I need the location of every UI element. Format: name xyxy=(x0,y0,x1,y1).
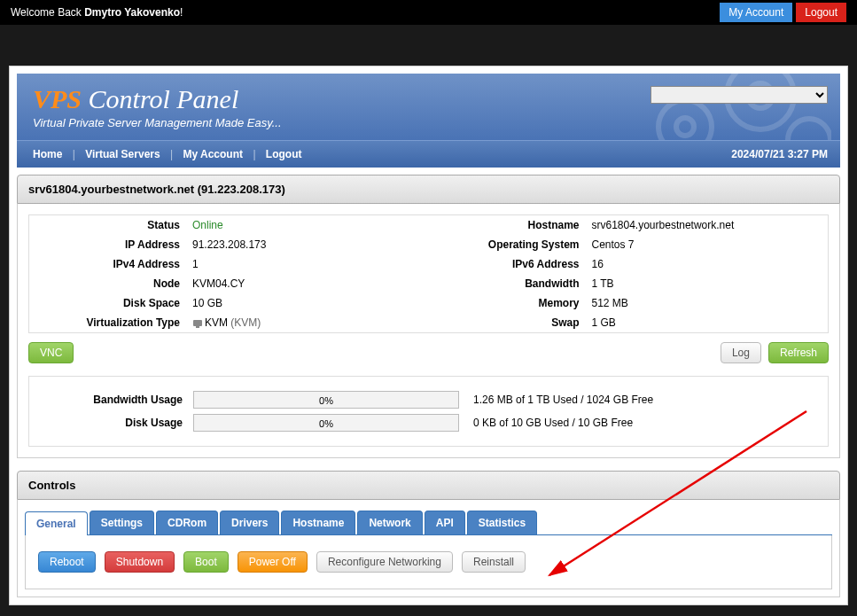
tab-settings[interactable]: Settings xyxy=(90,511,154,534)
value-hostname: srv61804.yourbestnetwork.net xyxy=(588,215,829,235)
label-ipv4: IPv4 Address xyxy=(29,254,189,274)
nav-virtual-servers[interactable]: Virtual Servers xyxy=(85,148,160,160)
tabs-container: General Settings CDRom Drivers Hostname … xyxy=(25,511,832,589)
bandwidth-pct: 0% xyxy=(319,395,333,406)
bandwidth-text: 1.26 MB of 1 TB Used / 1024 GB Free xyxy=(473,394,653,406)
usage-box: Bandwidth Usage 0% 1.26 MB of 1 TB Used … xyxy=(28,376,829,447)
label-hostname: Hostname xyxy=(429,215,588,235)
title-rest: Control Panel xyxy=(82,84,238,113)
bandwidth-label: Bandwidth Usage xyxy=(38,394,193,406)
nav-my-account[interactable]: My Account xyxy=(183,148,243,160)
tabs: General Settings CDRom Drivers Hostname … xyxy=(25,511,832,535)
username: Dmytro Yakovenko xyxy=(84,6,180,19)
nav-sep: | xyxy=(253,148,255,160)
label-swap: Swap xyxy=(429,313,588,332)
welcome-suffix: ! xyxy=(180,6,183,19)
disk-progress: 0% xyxy=(193,414,459,432)
welcome-message: Welcome Back Dmytro Yakovenko! xyxy=(11,6,183,19)
page-container: VPS Control Panel Virtual Private Server… xyxy=(9,66,848,605)
svg-point-3 xyxy=(676,118,694,136)
nav-datetime: 2024/07/21 3:27 PM xyxy=(731,148,828,160)
value-disk: 10 GB xyxy=(189,293,429,313)
reboot-button[interactable]: Reboot xyxy=(38,551,96,573)
vnc-button[interactable]: VNC xyxy=(28,342,74,363)
svg-rect-6 xyxy=(196,326,199,328)
gears-decoration xyxy=(619,74,831,140)
shutdown-button[interactable]: Shutdown xyxy=(105,551,175,573)
value-mem: 512 MB xyxy=(588,293,829,313)
label-os: Operating System xyxy=(429,235,588,254)
value-swap: 1 GB xyxy=(588,313,829,332)
label-disk: Disk Space xyxy=(29,293,189,313)
value-virt: KVM (KVM) xyxy=(189,313,429,332)
value-ipv4: 1 xyxy=(189,254,429,274)
label-ipv6: IPv6 Address xyxy=(429,254,588,274)
label-status: Status xyxy=(29,215,189,235)
svg-point-4 xyxy=(788,119,830,140)
info-col-left: StatusOnline IP Address91.223.208.173 IP… xyxy=(29,215,429,332)
server-info-body: StatusOnline IP Address91.223.208.173 IP… xyxy=(17,204,840,458)
nav-logout[interactable]: Logout xyxy=(266,148,302,160)
value-os: Centos 7 xyxy=(588,235,829,254)
server-title-header: srv61804.yourbestnetwork.net (91.223.208… xyxy=(17,175,840,204)
disk-usage-label: Disk Usage xyxy=(38,417,193,429)
my-account-button[interactable]: My Account xyxy=(720,3,792,22)
controls-title: Controls xyxy=(17,471,840,500)
nav-sep: | xyxy=(170,148,173,160)
info-col-right: Hostnamesrv61804.yourbestnetwork.net Ope… xyxy=(429,215,829,332)
main-nav: Home | Virtual Servers | My Account | Lo… xyxy=(17,140,840,168)
tab-statistics[interactable]: Statistics xyxy=(467,511,537,534)
header-banner: VPS Control Panel Virtual Private Server… xyxy=(17,74,840,140)
tab-cdrom[interactable]: CDRom xyxy=(156,511,218,534)
value-ip: 91.223.208.173 xyxy=(189,235,429,254)
tab-general[interactable]: General xyxy=(25,511,88,535)
label-ip: IP Address xyxy=(29,235,189,254)
label-node: Node xyxy=(29,274,189,293)
value-ipv6: 16 xyxy=(588,254,829,274)
disk-pct: 0% xyxy=(319,418,333,429)
logout-button[interactable]: Logout xyxy=(796,3,846,22)
action-row: VNC Log Refresh xyxy=(28,342,829,363)
disk-text: 0 KB of 10 GB Used / 10 GB Free xyxy=(473,417,633,429)
virt-name: KVM xyxy=(205,316,228,329)
info-table: StatusOnline IP Address91.223.208.173 IP… xyxy=(28,214,829,333)
tab-network[interactable]: Network xyxy=(357,511,422,534)
top-bar: Welcome Back Dmytro Yakovenko! My Accoun… xyxy=(0,0,857,25)
controls-body: General Settings CDRom Drivers Hostname … xyxy=(17,500,840,597)
kvm-icon xyxy=(192,318,203,329)
bandwidth-progress: 0% xyxy=(193,391,459,409)
server-select[interactable] xyxy=(651,86,828,104)
virt-paren: (KVM) xyxy=(230,316,261,329)
svg-rect-5 xyxy=(193,320,202,326)
value-node: KVM04.CY xyxy=(189,274,429,293)
dark-spacer xyxy=(0,25,857,66)
value-status: Online xyxy=(189,215,429,235)
tab-content-general: Reboot Shutdown Boot Power Off Reconfigu… xyxy=(25,535,832,589)
nav-links: Home | Virtual Servers | My Account | Lo… xyxy=(29,148,306,160)
topbar-buttons: My Account Logout xyxy=(720,3,846,22)
disk-usage-row: Disk Usage 0% 0 KB of 10 GB Used / 10 GB… xyxy=(38,414,819,432)
tab-api[interactable]: API xyxy=(425,511,465,534)
refresh-button[interactable]: Refresh xyxy=(768,342,829,363)
label-bw: Bandwidth xyxy=(429,274,588,293)
nav-home[interactable]: Home xyxy=(33,148,62,160)
label-mem: Memory xyxy=(429,293,588,313)
label-virt: Virtualization Type xyxy=(29,313,189,332)
value-bw: 1 TB xyxy=(588,274,829,293)
bandwidth-usage-row: Bandwidth Usage 0% 1.26 MB of 1 TB Used … xyxy=(38,391,819,409)
reinstall-button[interactable]: Reinstall xyxy=(462,551,526,573)
tab-hostname[interactable]: Hostname xyxy=(281,511,355,534)
tab-drivers[interactable]: Drivers xyxy=(220,511,279,534)
nav-sep: | xyxy=(73,148,75,160)
poweroff-button[interactable]: Power Off xyxy=(238,551,308,573)
log-button[interactable]: Log xyxy=(721,342,761,363)
reconfigure-networking-button[interactable]: Reconfigure Networking xyxy=(316,551,453,573)
boot-button[interactable]: Boot xyxy=(183,551,229,573)
title-vps: VPS xyxy=(33,84,82,113)
welcome-prefix: Welcome Back xyxy=(11,6,84,19)
